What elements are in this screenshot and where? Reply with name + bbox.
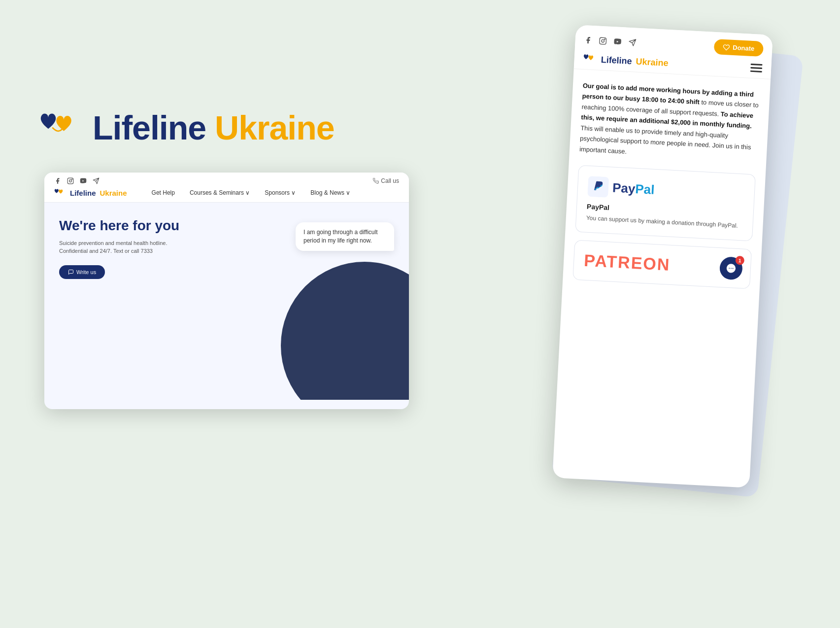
desktop-nav-logo: Lifeline Ukraine <box>54 188 127 197</box>
hamburger-menu[interactable] <box>750 63 763 72</box>
goal-bold-1: Our goal is to add more working hours by… <box>582 82 754 106</box>
phone-icon <box>373 178 379 184</box>
mobile-logo-icon <box>583 53 597 65</box>
donate-icon <box>723 43 730 51</box>
paypal-logo: PayPal <box>587 176 745 205</box>
desktop-mockup: Call us Lifeline Ukraine Get Help Course… <box>44 173 409 409</box>
nav-courses[interactable]: Courses & Seminars ∨ <box>190 189 250 196</box>
nav-sponsors[interactable]: Sponsors ∨ <box>265 189 296 196</box>
big-logo-ukraine: Ukraine <box>215 108 334 147</box>
dark-circle-decoration <box>281 262 409 400</box>
mobile-instagram-icon <box>599 36 607 45</box>
patreon-logo: PATREON <box>583 251 741 279</box>
desktop-logo-lifeline: Lifeline <box>70 189 96 197</box>
mobile-goal-text: Our goal is to add more working hours by… <box>579 80 760 164</box>
logo-heart-icon <box>39 110 84 145</box>
paypal-icon <box>587 176 609 198</box>
desktop-logo-icon <box>54 188 66 197</box>
mobile-social-icons <box>584 36 637 47</box>
svg-point-1 <box>69 180 72 182</box>
call-us: Call us <box>373 177 399 184</box>
instagram-icon <box>67 177 74 184</box>
svg-point-4 <box>602 39 605 42</box>
chat-widget-icon <box>725 263 737 274</box>
nav-blog[interactable]: Blog & News ∨ <box>310 189 350 196</box>
youtube-icon <box>80 177 87 184</box>
mobile-mockup: Donate Lifeline Ukraine <box>552 25 773 488</box>
desktop-social-icons <box>54 177 100 184</box>
hamburger-line-2 <box>750 67 762 69</box>
mobile-logo-lifeline: Lifeline <box>601 54 632 66</box>
svg-point-2 <box>72 179 72 179</box>
big-logo-lifeline: Lifeline <box>93 108 206 147</box>
svg-rect-3 <box>600 37 606 44</box>
facebook-icon <box>54 177 61 184</box>
desktop-header: Call us Lifeline Ukraine Get Help Course… <box>44 173 409 203</box>
message-icon <box>68 269 74 275</box>
patreon-card: PATREON 1 <box>572 240 752 289</box>
svg-point-5 <box>605 38 605 39</box>
desktop-write-button[interactable]: Write us <box>59 265 105 279</box>
paypal-card: PayPal PayPal You can support us by maki… <box>575 165 756 242</box>
desktop-logo-ukraine: Ukraine <box>100 189 127 197</box>
desktop-chat-bubble: I am going through a difficult period in… <box>296 222 394 251</box>
paypal-wordmark: PayPal <box>612 180 655 197</box>
big-logo: Lifeline Ukraine <box>39 108 335 147</box>
goal-bold-2: To achieve this, we require an additiona… <box>581 110 753 130</box>
mobile-logo-ukraine: Ukraine <box>636 56 669 68</box>
main-container: Lifeline Ukraine Call us <box>0 0 840 628</box>
hamburger-line-3 <box>750 70 762 72</box>
mobile-youtube-icon <box>613 37 622 46</box>
mobile-telegram-icon <box>628 38 637 46</box>
nav-get-help[interactable]: Get Help <box>152 189 175 196</box>
mobile-facebook-icon <box>584 36 592 44</box>
mobile-logo: Lifeline Ukraine <box>583 53 669 69</box>
svg-rect-0 <box>67 178 73 184</box>
desktop-nav: Lifeline Ukraine Get Help Courses & Semi… <box>54 188 399 197</box>
mobile-top-bar: Donate <box>584 32 764 57</box>
desktop-topbar: Call us <box>54 177 399 184</box>
mobile-donate-button[interactable]: Donate <box>714 39 764 57</box>
telegram-icon <box>93 177 100 184</box>
mobile-content: Our goal is to add more working hours by… <box>562 69 771 300</box>
desktop-content: I am going through a difficult period in… <box>44 203 409 400</box>
chat-badge: 1 <box>735 256 744 265</box>
hamburger-line-1 <box>751 63 763 65</box>
